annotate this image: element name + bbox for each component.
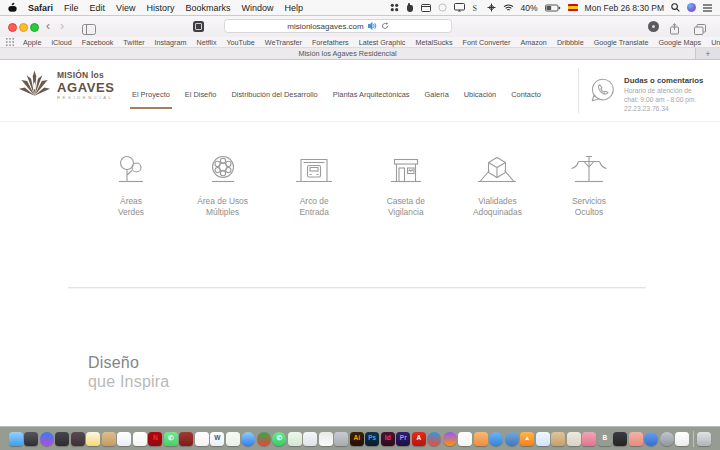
bookmark-forefathers[interactable]: Forefathers (307, 38, 354, 47)
bookmark-instagram[interactable]: Instagram (150, 38, 192, 47)
bookmark-amazon[interactable]: Amazon (516, 38, 552, 47)
siri-icon[interactable] (687, 3, 696, 12)
dock-icon-firefox[interactable] (443, 432, 457, 446)
dock-icon-vlc[interactable]: ▲ (520, 432, 534, 446)
dock-icon-display-pink[interactable] (582, 432, 596, 446)
nav-item-contacto[interactable]: Contacto (511, 90, 541, 99)
dock-icon-whatsapp-square[interactable]: ✆ (164, 432, 178, 446)
spotlight-search-icon[interactable] (671, 3, 680, 12)
dock-icon-notes[interactable] (86, 432, 100, 446)
dock-icon-app-tan[interactable] (551, 432, 565, 446)
dock-icon-app-white[interactable] (458, 432, 472, 446)
bookmark-unsplash[interactable]: Unsplash (706, 38, 720, 47)
dock-icon-acrobat[interactable]: A (412, 432, 426, 446)
dock-icon-word-document[interactable]: W (210, 432, 224, 446)
dock-icon-safari[interactable] (241, 432, 255, 446)
dock-icon-globe[interactable] (505, 432, 519, 446)
dock-icon-pages[interactable] (195, 432, 209, 446)
nav-item-ubicación[interactable]: Ubicación (464, 90, 496, 99)
dock-icon-finder[interactable] (9, 432, 23, 446)
menu-item-help[interactable]: Help (284, 3, 303, 13)
dock-icon-illustrator[interactable]: Ai (350, 432, 364, 446)
dock-icon-keynote[interactable] (536, 432, 550, 446)
status-window-icon[interactable] (421, 4, 431, 12)
notification-center-icon[interactable] (703, 4, 712, 12)
dock-icon-launchpad[interactable] (24, 432, 38, 446)
dock-icon-app-store[interactable] (55, 432, 69, 446)
audio-mute-icon[interactable] (368, 22, 377, 30)
dock-icon-preferences-gray[interactable] (660, 432, 674, 446)
dock-icon-premiere[interactable]: Pr (396, 432, 410, 446)
bookmark-netflix[interactable]: Netflix (192, 38, 222, 47)
dock-icon-app-orange[interactable] (474, 432, 488, 446)
status-hand-icon[interactable] (406, 3, 414, 12)
dock-icon-indesign[interactable]: Id (381, 432, 395, 446)
nav-item-el-diseño[interactable]: El Diseño (185, 90, 217, 99)
dock-icon-mail[interactable] (117, 432, 131, 446)
bookmark-font-converter[interactable]: Font Converter (458, 38, 516, 47)
menu-item-history[interactable]: History (146, 3, 174, 13)
bookmark-google-translate[interactable]: Google Translate (589, 38, 654, 47)
dock-icon-colorsync[interactable] (427, 432, 441, 446)
status-skype-icon[interactable]: S (472, 3, 480, 12)
dock-icon-preview[interactable] (303, 432, 317, 446)
site-logo[interactable]: MISIÓN los AGAVES RESIDENCIAL (18, 67, 115, 105)
new-tab-button[interactable]: + (696, 48, 720, 59)
language-flag-icon[interactable] (568, 4, 578, 11)
minimize-window-button[interactable] (19, 23, 28, 32)
menu-item-file[interactable]: File (64, 3, 79, 13)
status-crosshair-icon[interactable] (487, 3, 496, 12)
dock-icon-document[interactable] (319, 432, 333, 446)
status-app-dots-icon[interactable] (390, 3, 399, 12)
bookmark-latest-graphic[interactable]: Latest Graphic (354, 38, 411, 47)
nav-item-plantas-arquitectónicas[interactable]: Plantas Arquitectónicas (333, 90, 410, 99)
nav-item-distribución-del-desarrollo[interactable]: Distribución del Desarrollo (231, 90, 317, 99)
dock-icon-siri[interactable] (40, 432, 54, 446)
forward-button[interactable]: › (60, 18, 64, 34)
nav-item-galería[interactable]: Galería (425, 90, 449, 99)
dock-icon-spotify-green[interactable] (288, 432, 302, 446)
dock-icon-folder[interactable] (102, 432, 116, 446)
bookmark-twitter[interactable]: Twitter (118, 38, 149, 47)
menu-bar-clock[interactable]: Mon Feb 26 8:30 PM (585, 3, 664, 13)
dock-icon-textedit[interactable] (133, 432, 147, 446)
extension-icon[interactable] (193, 21, 204, 32)
dock-icon-folder-stack[interactable] (567, 432, 581, 446)
menu-item-window[interactable]: Window (241, 3, 273, 13)
bookmark-wetransfer[interactable]: WeTransfer (260, 38, 307, 47)
address-bar[interactable]: misionlosagaves.com (224, 19, 452, 33)
bookmark-metalsucks[interactable]: MetalSucks (410, 38, 457, 47)
bookmark-dribbble[interactable]: Dribbble (552, 38, 589, 47)
menu-item-view[interactable]: View (116, 3, 135, 13)
zoom-window-button[interactable] (30, 23, 39, 32)
menu-item-edit[interactable]: Edit (90, 3, 106, 13)
status-ghost-icon[interactable] (438, 3, 447, 12)
bookmark-icloud[interactable]: iCloud (46, 38, 76, 47)
dock-icon-bluetooth[interactable] (644, 432, 658, 446)
dock-icon-bootstrap[interactable]: B (598, 432, 612, 446)
dock-icon-browser-blue[interactable] (489, 432, 503, 446)
bookmark-facebook[interactable]: Facebook (77, 38, 119, 47)
dock-icon-app-salmon[interactable] (629, 432, 643, 446)
apple-menu-icon[interactable] (8, 2, 17, 13)
nav-item-el-proyecto[interactable]: El Proyecto (132, 90, 170, 99)
dock-icon-toggle[interactable] (675, 432, 689, 446)
dock-icon-chrome[interactable] (257, 432, 271, 446)
wifi-icon[interactable] (503, 4, 514, 12)
close-window-button[interactable] (8, 23, 17, 32)
dock-icon-netflix[interactable]: N (148, 432, 162, 446)
dock-icon-app-dark-red[interactable] (179, 432, 193, 446)
bookmark-youtube[interactable]: YouTube (221, 38, 259, 47)
favorites-grid-icon[interactable] (6, 38, 14, 46)
dock-icon-terminal[interactable] (613, 432, 627, 446)
status-display-icon[interactable] (454, 3, 465, 12)
pocket-extension-button[interactable] (648, 21, 659, 32)
menu-item-bookmarks[interactable]: Bookmarks (185, 3, 230, 13)
bookmark-apple[interactable]: Apple (18, 38, 46, 47)
menu-item-safari[interactable]: Safari (28, 3, 53, 13)
dock-icon-photos-dark[interactable] (71, 432, 85, 446)
whatsapp-icon[interactable] (589, 76, 617, 108)
reload-icon[interactable] (381, 22, 389, 30)
dock-icon-photoshop[interactable]: Ps (365, 432, 379, 446)
back-button[interactable]: ‹ (46, 18, 50, 34)
